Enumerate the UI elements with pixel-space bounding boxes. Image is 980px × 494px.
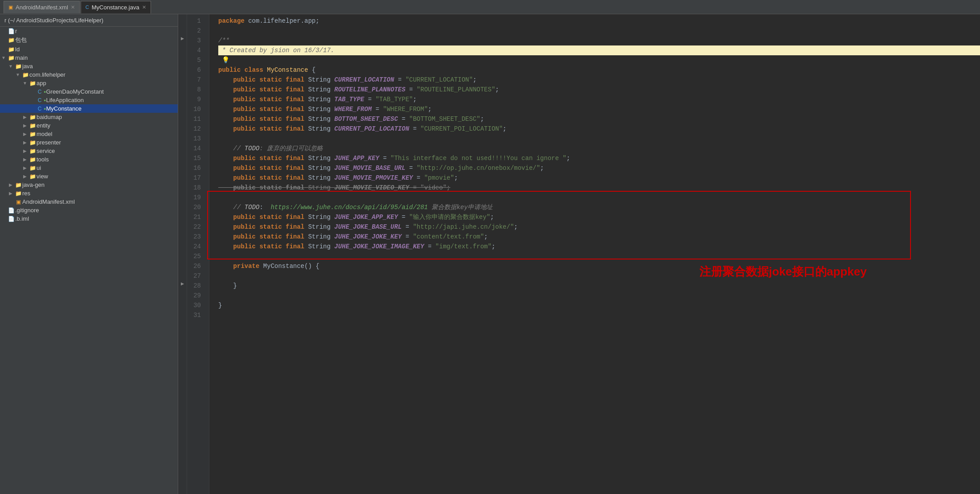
sidebar-item-r[interactable]: 📄 r <box>0 27 178 35</box>
gutter-line-11 <box>178 112 187 122</box>
sidebar-item-main[interactable]: ▼ 📁 main <box>0 54 178 62</box>
tree-expand-app[interactable]: ▼ <box>21 81 29 86</box>
sidebar-label-myconstance: MyConstance <box>46 105 178 112</box>
line-num-8: 8 <box>187 85 204 95</box>
tree-expand-presenter[interactable]: ▶ <box>21 140 29 145</box>
sidebar-item-gitignore[interactable]: 📄 .gitignore <box>0 206 178 214</box>
tab-close-myconstance[interactable]: ✕ <box>142 4 146 10</box>
line-num-20: 20 <box>187 202 204 212</box>
sidebar-item-entity[interactable]: ▶ 📁 entity <box>0 121 178 130</box>
sidebar-label-lifeapplication: LifeApplication <box>46 97 178 103</box>
sidebar-item-java-gen[interactable]: ▶ 📁 java-gen <box>0 181 178 189</box>
gutter-line-16 <box>178 161 187 171</box>
tree-expand-res[interactable]: ▶ <box>7 191 14 196</box>
gutter-line-24 <box>178 240 187 250</box>
folder-icon: 📁 <box>29 173 37 180</box>
folder-icon: 📁 <box>14 182 22 188</box>
sidebar-label-tools: tools <box>37 156 178 163</box>
sidebar-item-baidumap[interactable]: ▶ 📁 baidumap <box>0 113 178 121</box>
sidebar-item-ui[interactable]: ▶ 📁 ui <box>0 164 178 172</box>
gutter-fold-3[interactable]: ▶ <box>178 34 187 44</box>
folder-icon: 📁 <box>29 165 37 171</box>
tree-expand-entity[interactable]: ▶ <box>21 123 29 128</box>
code-line-1: package com.lifehelper.app; <box>218 16 980 26</box>
code-line-11: public static final String BOTTOM_SHEET_… <box>218 114 980 124</box>
tab-label-androidmanifest: AndroidManifest.xml <box>16 4 68 11</box>
tab-myconstance[interactable]: C MyConstance.java ✕ <box>81 1 151 13</box>
sidebar-item-view[interactable]: ▶ 📁 view <box>0 172 178 181</box>
java-c-icon: C <box>36 89 44 95</box>
code-line-2 <box>218 26 980 36</box>
code-line-13 <box>218 134 980 144</box>
line-num-11: 11 <box>187 114 204 124</box>
tree-expand-model[interactable]: ▶ <box>21 132 29 136</box>
sidebar-item-presenter[interactable]: ▶ 📁 presenter <box>0 138 178 147</box>
gutter-line-10 <box>178 103 187 112</box>
sidebar-label-baidumap: baidumap <box>37 114 178 120</box>
code-line-29 <box>218 291 980 301</box>
code-line-6: public class MyConstance { <box>218 65 980 75</box>
sidebar-item-app[interactable]: ▼ 📁 app <box>0 79 178 87</box>
gutter-line-26 <box>178 259 187 269</box>
tree-expand-view[interactable]: ▶ <box>21 174 29 179</box>
gutter-line-20 <box>178 201 187 210</box>
sidebar-item-greendao[interactable]: C ● GreenDaoMyConstant <box>0 87 178 96</box>
code-editor[interactable]: ▶ <box>178 14 980 494</box>
line-num-6: 6 <box>187 65 204 75</box>
line-num-29: 29 <box>187 291 204 301</box>
code-line-20: // TODO: https://www.juhe.cn/docs/api/id… <box>218 202 980 212</box>
code-line-24: public static final String JUHE_JOKE_JOK… <box>218 242 980 251</box>
sidebar-item-model[interactable]: ▶ 📁 model <box>0 130 178 138</box>
code-line-12: public static final String CURRENT_POI_L… <box>218 124 980 134</box>
gutter-line-30 <box>178 299 187 309</box>
code-line-16: public static final String JUHE_MOVIE_BA… <box>218 163 980 173</box>
sidebar-label-iml: .b.iml <box>15 215 178 222</box>
sidebar-item-baobao[interactable]: 📁 包包 <box>0 35 178 45</box>
gutter-line-13 <box>178 132 187 142</box>
tree-expand-javagen[interactable]: ▶ <box>7 182 14 187</box>
tree-expand-ui[interactable]: ▶ <box>21 165 29 170</box>
gutter-line-18 <box>178 181 187 191</box>
code-line-10: public static final String WHERE_FROM = … <box>218 104 980 114</box>
code-line-30: } <box>218 301 980 310</box>
sidebar-item-tools[interactable]: ▶ 📁 tools <box>0 155 178 164</box>
gutter-line-23 <box>178 230 187 240</box>
tab-close-androidmanifest[interactable]: ✕ <box>71 4 75 10</box>
sidebar-label-presenter: presenter <box>37 139 178 146</box>
sidebar-item-service[interactable]: ▶ 📁 service <box>0 147 178 155</box>
sidebar-item-myconstance[interactable]: C ● MyConstance <box>0 104 178 113</box>
code-line-8: public static final String ROUTELINE_PLA… <box>218 85 980 95</box>
tab-androidmanifest[interactable]: ▣ AndroidManifest.xml ✕ <box>4 1 80 13</box>
sidebar-item-ld[interactable]: 📁 ld <box>0 45 178 54</box>
sidebar-item-androidmanifest[interactable]: ▣ AndroidManifest.xml <box>0 198 178 206</box>
tree-expand-main[interactable]: ▼ <box>0 55 7 60</box>
sidebar-item-java[interactable]: ▼ 📁 java <box>0 62 178 70</box>
code-line-5: 💡 <box>218 55 980 65</box>
code-line-4: * Created by jsion on 16/3/17. <box>218 45 980 55</box>
sidebar-item-lifeapplication[interactable]: C ● LifeApplication <box>0 96 178 104</box>
sidebar-item-com-lifehelper[interactable]: ▼ 📁 com.lifehelper <box>0 70 178 79</box>
gutter-line-19 <box>178 191 187 201</box>
sidebar-item-res[interactable]: ▶ 📁 res <box>0 189 178 198</box>
line-num-3: 3 <box>187 36 204 45</box>
line-num-2: 2 <box>187 26 204 36</box>
line-num-1: 1 <box>187 16 204 26</box>
line-numbers: 1 2 3 4 5 6 7 8 9 10 11 12 13 14 15 16 1… <box>187 14 209 494</box>
file-icon: 📄 <box>7 216 15 222</box>
folder-icon: 📁 <box>7 55 15 61</box>
tree-expand-baidumap[interactable]: ▶ <box>21 115 29 119</box>
tree-expand-comlifehelper[interactable]: ▼ <box>14 72 21 77</box>
sidebar-label-model: model <box>37 131 178 137</box>
gutter-line-5 <box>178 54 187 63</box>
gutter-line-12 <box>178 122 187 132</box>
java-c-icon: C <box>36 97 44 103</box>
tree-expand-tools[interactable]: ▶ <box>21 157 29 162</box>
code-line-25 <box>218 251 980 261</box>
line-num-13: 13 <box>187 134 204 144</box>
tree-expand-java[interactable]: ▼ <box>7 64 14 69</box>
gutter-fold-28[interactable]: ▶ <box>178 279 187 289</box>
line-num-31: 31 <box>187 310 204 320</box>
code-line-27 <box>218 271 980 281</box>
sidebar-item-iml[interactable]: 📄 .b.iml <box>0 214 178 223</box>
tree-expand-service[interactable]: ▶ <box>21 148 29 153</box>
